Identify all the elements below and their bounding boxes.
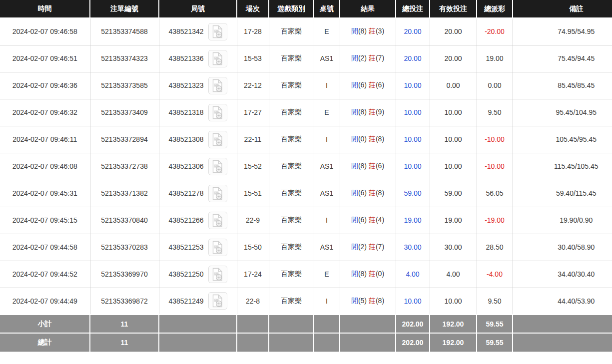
total-bet-cell[interactable]: 20.00 bbox=[396, 18, 430, 45]
game-type-cell: 百家樂 bbox=[269, 126, 314, 153]
payout-cell: 56.05 bbox=[477, 180, 513, 207]
column-header-bet-id: 注單編號 bbox=[90, 0, 159, 18]
grand-total-label: 總計 bbox=[0, 333, 90, 352]
result-cell: 閒(2) 莊(7) bbox=[340, 234, 396, 261]
total-bet-cell[interactable]: 19.00 bbox=[396, 207, 430, 234]
table-row: 2024-02-07 09:44:49521353369872438521249… bbox=[0, 288, 612, 315]
round-number: 438521266 bbox=[168, 216, 203, 224]
game-type-cell: 百家樂 bbox=[269, 99, 314, 126]
banker-result-value: (8) bbox=[376, 189, 384, 197]
banker-result-label: 莊 bbox=[369, 189, 376, 197]
player-result-label: 閒 bbox=[351, 108, 358, 116]
time-cell: 2024-02-07 09:46:11 bbox=[0, 126, 90, 153]
round-number: 438521323 bbox=[168, 81, 203, 89]
player-result-label: 閒 bbox=[351, 135, 358, 143]
video-file-icon bbox=[212, 106, 223, 119]
grand-total-empty-cell bbox=[314, 333, 340, 352]
round-number: 438521249 bbox=[168, 297, 203, 305]
player-result-label: 閒 bbox=[351, 297, 358, 305]
video-replay-button[interactable] bbox=[208, 23, 227, 40]
subtotal-empty-cell bbox=[269, 315, 314, 333]
video-replay-button[interactable] bbox=[208, 77, 227, 94]
player-result-value: (6) bbox=[358, 189, 367, 197]
video-file-icon bbox=[212, 241, 223, 254]
column-header-payout: 總派彩 bbox=[477, 0, 513, 18]
session-cell: 22-11 bbox=[237, 126, 269, 153]
column-header-remark: 備註 bbox=[513, 0, 612, 18]
video-replay-button[interactable] bbox=[208, 212, 227, 229]
bet-id-cell: 521353369970 bbox=[90, 261, 159, 288]
total-bet-cell[interactable]: 10.00 bbox=[396, 126, 430, 153]
banker-result-value: (9) bbox=[376, 108, 384, 116]
game-type-cell: 百家樂 bbox=[269, 153, 314, 180]
valid-bet-cell: 30.00 bbox=[430, 234, 477, 261]
round-cell: 438521308 bbox=[159, 126, 237, 153]
payout-cell: -19.00 bbox=[477, 207, 513, 234]
session-cell: 15-50 bbox=[237, 234, 269, 261]
round-number: 438521336 bbox=[168, 54, 203, 62]
round-cell: 438521336 bbox=[159, 45, 237, 72]
result-cell: 閒(6) 莊(6) bbox=[340, 72, 396, 99]
game-type-cell: 百家樂 bbox=[269, 72, 314, 99]
video-replay-button[interactable] bbox=[208, 239, 227, 256]
banker-result-label: 莊 bbox=[369, 27, 376, 35]
table-header: 時間 注單編號 局號 場次 遊戲類別 桌號 結果 總投注 有效投注 總派彩 備註 bbox=[0, 0, 612, 18]
banker-result-value: (4) bbox=[376, 216, 384, 224]
total-bet-cell[interactable]: 30.00 bbox=[396, 234, 430, 261]
video-replay-button[interactable] bbox=[208, 158, 227, 175]
total-bet-cell[interactable]: 59.00 bbox=[396, 180, 430, 207]
column-header-table-no: 桌號 bbox=[314, 0, 340, 18]
result-cell: 閒(6) 莊(8) bbox=[340, 180, 396, 207]
banker-result-value: (6) bbox=[376, 162, 384, 170]
video-replay-button[interactable] bbox=[208, 50, 227, 67]
player-result-label: 閒 bbox=[351, 54, 358, 62]
total-bet-cell[interactable]: 4.00 bbox=[396, 261, 430, 288]
table-row: 2024-02-07 09:46:32521353373409438521318… bbox=[0, 99, 612, 126]
session-cell: 17-28 bbox=[237, 18, 269, 45]
column-header-valid-bet: 有效投注 bbox=[430, 0, 477, 18]
grand-total-empty-cell bbox=[340, 333, 396, 352]
table-no-cell: E bbox=[314, 18, 340, 45]
table-footer: 小計 11 202.00 192.00 59.55 總計 11 bbox=[0, 315, 612, 352]
banker-result-label: 莊 bbox=[369, 243, 376, 251]
payout-cell: -10.00 bbox=[477, 153, 513, 180]
total-bet-cell[interactable]: 20.00 bbox=[396, 45, 430, 72]
payout-cell: -20.00 bbox=[477, 18, 513, 45]
grand-total-empty-cell bbox=[159, 333, 237, 352]
video-replay-button[interactable] bbox=[208, 292, 227, 310]
bet-id-cell: 521353374323 bbox=[90, 45, 159, 72]
video-replay-button[interactable] bbox=[208, 266, 227, 283]
session-cell: 15-52 bbox=[237, 153, 269, 180]
player-result-label: 閒 bbox=[351, 27, 358, 35]
remark-cell: 34.40/30.40 bbox=[513, 261, 612, 288]
player-result-value: (8) bbox=[358, 270, 367, 278]
table-row: 2024-02-07 09:46:58521353374588438521342… bbox=[0, 18, 612, 45]
session-cell: 22-9 bbox=[237, 207, 269, 234]
grand-total-count: 11 bbox=[90, 333, 159, 352]
session-cell: 22-8 bbox=[237, 288, 269, 315]
remark-cell: 19.90/0.90 bbox=[513, 207, 612, 234]
total-bet-cell[interactable]: 10.00 bbox=[396, 288, 430, 315]
video-replay-button[interactable] bbox=[208, 131, 227, 148]
video-replay-button[interactable] bbox=[208, 185, 227, 202]
total-bet-cell[interactable]: 10.00 bbox=[396, 153, 430, 180]
payout-cell: 19.00 bbox=[477, 45, 513, 72]
total-bet-cell[interactable]: 10.00 bbox=[396, 99, 430, 126]
table-no-cell: E bbox=[314, 261, 340, 288]
bet-id-cell: 521353369872 bbox=[90, 288, 159, 315]
banker-result-label: 莊 bbox=[369, 162, 376, 170]
remark-cell: 59.40/115.45 bbox=[513, 180, 612, 207]
banker-result-label: 莊 bbox=[369, 270, 376, 278]
video-file-icon bbox=[212, 133, 223, 146]
video-file-icon bbox=[212, 268, 223, 281]
table-no-cell: AS1 bbox=[314, 153, 340, 180]
total-bet-cell[interactable]: 10.00 bbox=[396, 72, 430, 99]
table-no-cell: AS1 bbox=[314, 234, 340, 261]
bet-id-cell: 521353370840 bbox=[90, 207, 159, 234]
grand-total-empty-cell bbox=[237, 333, 269, 352]
round-number: 438521278 bbox=[168, 189, 203, 197]
video-file-icon bbox=[212, 52, 223, 65]
banker-result-label: 莊 bbox=[369, 216, 376, 224]
table-no-cell: E bbox=[314, 99, 340, 126]
video-replay-button[interactable] bbox=[208, 104, 227, 121]
